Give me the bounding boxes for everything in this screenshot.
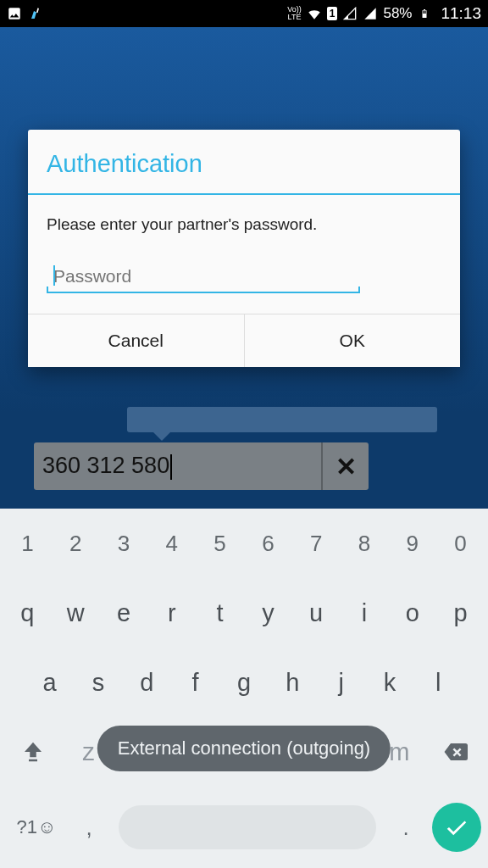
svg-rect-1: [423, 11, 426, 14]
svg-rect-2: [29, 760, 37, 762]
key-u[interactable]: u: [292, 589, 341, 637]
kb-row-asdf: a s d f g h j k l: [0, 648, 488, 717]
key-5[interactable]: 5: [196, 520, 244, 567]
text-cursor: [53, 265, 55, 286]
key-j[interactable]: j: [317, 659, 365, 707]
kb-row-bottom: ?1☺ , .: [0, 787, 488, 868]
clock-text: 11:13: [441, 4, 481, 23]
key-w[interactable]: w: [52, 589, 100, 637]
key-7[interactable]: 7: [292, 520, 341, 567]
clear-id-button[interactable]: ✕: [321, 442, 369, 490]
key-l[interactable]: l: [414, 659, 463, 707]
battery-percent: 58%: [383, 5, 412, 22]
wifi-icon: [307, 6, 322, 21]
key-9[interactable]: 9: [388, 520, 436, 567]
status-bar: Vo)) LTE 1 58% 11:13: [0, 0, 488, 27]
key-e[interactable]: e: [100, 589, 148, 637]
space-key[interactable]: [119, 805, 376, 849]
key-8[interactable]: 8: [341, 520, 389, 567]
key-k[interactable]: k: [365, 659, 413, 707]
ok-button[interactable]: OK: [245, 314, 461, 367]
key-q[interactable]: q: [3, 589, 52, 637]
key-4[interactable]: 4: [147, 520, 196, 567]
partner-id-value: 360 312 580: [42, 453, 172, 480]
key-2[interactable]: 2: [52, 520, 100, 567]
symbols-key[interactable]: ?1☺: [7, 816, 66, 838]
hint-bubble: [127, 407, 437, 432]
volte-icon: Vo)) LTE: [287, 6, 302, 21]
cleaner-icon: [29, 6, 44, 21]
hint-bubble-arrow: [152, 431, 171, 441]
period-key[interactable]: .: [383, 815, 429, 841]
key-t[interactable]: t: [196, 589, 244, 637]
signal-2-icon: [363, 6, 378, 21]
sim-icon: 1: [327, 7, 338, 20]
svg-rect-0: [423, 14, 426, 18]
key-a[interactable]: a: [25, 659, 74, 707]
password-field-wrap: [47, 263, 360, 293]
backspace-key[interactable]: [425, 739, 485, 765]
password-input[interactable]: [47, 263, 360, 293]
gallery-icon: [7, 6, 22, 21]
signal-1-icon: [342, 6, 358, 21]
kb-row-numbers: 1 2 3 4 5 6 7 8 9 0: [0, 509, 488, 578]
key-0[interactable]: 0: [436, 520, 485, 567]
kb-row-zxcv: z x c v b n m External connection (outgo…: [0, 717, 488, 787]
key-i[interactable]: i: [341, 589, 389, 637]
key-s[interactable]: s: [74, 659, 122, 707]
key-p[interactable]: p: [436, 589, 485, 637]
key-g[interactable]: g: [219, 659, 268, 707]
toast-message: External connection (outgoing): [97, 726, 391, 771]
auth-dialog: Authentication Please enter your partner…: [28, 130, 460, 367]
battery-icon: [417, 6, 432, 21]
key-o[interactable]: o: [388, 589, 436, 637]
kb-row-qwerty: q w e r t y u i o p: [0, 578, 488, 648]
key-f[interactable]: f: [171, 659, 219, 707]
soft-keyboard: 1 2 3 4 5 6 7 8 9 0 q w e r t y u i o p …: [0, 509, 488, 868]
key-6[interactable]: 6: [244, 520, 292, 567]
enter-key[interactable]: [432, 803, 481, 852]
dialog-title: Authentication: [28, 130, 460, 195]
comma-key[interactable]: ,: [66, 815, 112, 841]
key-h[interactable]: h: [269, 659, 317, 707]
cancel-button[interactable]: Cancel: [28, 314, 245, 367]
key-1[interactable]: 1: [3, 520, 52, 567]
key-3[interactable]: 3: [100, 520, 148, 567]
dialog-message: Please enter your partner's password.: [47, 215, 441, 234]
key-r[interactable]: r: [147, 589, 196, 637]
partner-id-field[interactable]: 360 312 580 ✕: [34, 442, 369, 490]
key-y[interactable]: y: [244, 589, 292, 637]
key-d[interactable]: d: [123, 659, 171, 707]
shift-key[interactable]: [3, 739, 63, 765]
